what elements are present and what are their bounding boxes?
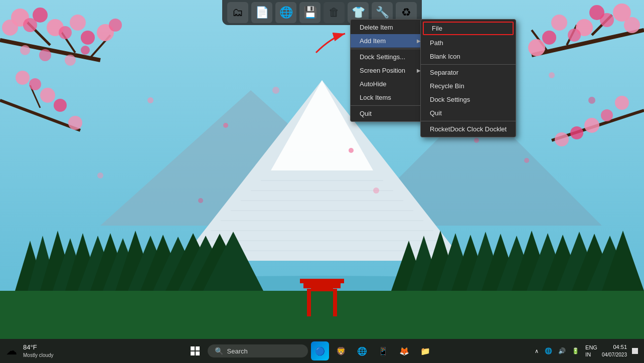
svg-point-92	[373, 188, 379, 194]
search-text: Search	[227, 347, 248, 355]
svg-marker-38	[466, 232, 505, 291]
submenu-separator-1	[421, 64, 516, 65]
svg-marker-47	[602, 231, 644, 291]
svg-marker-41	[512, 231, 552, 291]
svg-point-90	[97, 172, 103, 178]
weather-info[interactable]: 84°F Mostly cloudy	[23, 343, 54, 358]
svg-point-79	[576, 19, 593, 36]
svg-marker-36	[436, 233, 474, 291]
menu-dock-settings[interactable]: Dock Settings...	[351, 50, 430, 64]
svg-point-70	[81, 46, 90, 55]
svg-point-75	[613, 4, 631, 22]
svg-point-98	[16, 71, 30, 85]
svg-point-59	[2, 20, 18, 36]
dock-icon-trash[interactable]: 🗑	[324, 2, 345, 23]
background-scene	[0, 0, 644, 363]
tray-volume-icon[interactable]: 🔊	[557, 346, 567, 355]
dock-icon-files[interactable]: 🗂	[227, 2, 248, 23]
submenu-path[interactable]: Path	[421, 36, 516, 50]
svg-line-56	[90, 35, 110, 58]
svg-point-15	[21, 276, 623, 316]
dock-icon-network[interactable]: 🌐	[275, 2, 296, 23]
svg-point-108	[555, 132, 569, 146]
svg-marker-37	[451, 235, 490, 291]
svg-point-85	[223, 123, 228, 128]
svg-point-105	[601, 109, 613, 121]
show-desktop[interactable]	[632, 348, 638, 354]
submenu-blank-icon[interactable]: Blank Icon	[421, 50, 516, 63]
submenu-quit[interactable]: Quit	[421, 106, 516, 120]
menu-quit[interactable]: Quit	[351, 107, 430, 120]
svg-point-82	[542, 31, 556, 45]
svg-point-78	[589, 5, 604, 20]
search-bar[interactable]: 🔍 Search	[208, 344, 308, 357]
svg-rect-49	[333, 289, 337, 316]
menu-add-item[interactable]: Add Item ▶	[351, 34, 430, 48]
svg-line-96	[0, 100, 80, 130]
desktop: 🗂 📄 🌐 💾 🗑 👕 🔧 ♻ Delete Item Add Item ▶	[0, 0, 644, 363]
menu-separator-2	[351, 105, 430, 106]
svg-line-71	[532, 30, 644, 55]
svg-rect-51	[300, 279, 344, 283]
submenu-file[interactable]: File	[423, 22, 514, 35]
taskbar-left: ☁ 84°F Mostly cloudy	[6, 343, 86, 358]
context-menu: Delete Item Add Item ▶ Dock Settings... …	[350, 19, 430, 122]
dock-icon-drive[interactable]: 💾	[299, 2, 320, 23]
clock-date: 04/07/2023	[602, 351, 627, 358]
taskbar-edge-icon[interactable]: 🔵	[311, 341, 329, 360]
submenu-separator-item[interactable]: Separator	[421, 66, 516, 79]
menu-lock-items[interactable]: Lock Items	[351, 91, 430, 104]
svg-point-87	[349, 148, 354, 153]
taskbar-chrome-icon[interactable]: 🌐	[353, 341, 371, 360]
svg-rect-113	[196, 351, 200, 355]
svg-point-100	[40, 88, 55, 103]
svg-marker-45	[572, 234, 617, 291]
svg-marker-42	[527, 233, 569, 291]
svg-marker-43	[542, 235, 584, 291]
submenu-recycle-bin[interactable]: Recycle Bin	[421, 79, 516, 93]
svg-point-62	[59, 26, 72, 39]
taskbar-app1-icon[interactable]: 📱	[374, 341, 392, 360]
svg-rect-112	[191, 351, 195, 355]
svg-point-94	[549, 72, 555, 78]
svg-marker-31	[191, 234, 249, 291]
svg-marker-25	[115, 231, 155, 291]
system-clock[interactable]: 04:51 04/07/2023	[602, 343, 627, 358]
weather-temp: 84°F	[23, 343, 54, 352]
svg-rect-52	[311, 288, 333, 291]
svg-marker-28	[153, 237, 203, 291]
submenu-rocketdock-clock[interactable]: RocketDock Clock Docklet	[421, 122, 516, 136]
svg-line-74	[532, 30, 547, 50]
svg-line-55	[60, 30, 75, 53]
svg-marker-21	[65, 233, 100, 291]
svg-point-66	[109, 19, 122, 32]
language-indicator[interactable]: ENGIN	[584, 343, 599, 359]
svg-marker-32	[203, 232, 263, 291]
submenu-separator-2	[421, 121, 516, 121]
menu-delete-item[interactable]: Delete Item	[351, 21, 430, 34]
svg-point-76	[600, 13, 614, 27]
arrow-annotation	[311, 28, 351, 60]
submenu-dock-settings[interactable]: Dock Settings	[421, 93, 516, 106]
taskbar-folder-icon[interactable]: 📁	[416, 341, 434, 360]
svg-point-77	[624, 17, 640, 33]
menu-screen-position[interactable]: Screen Position ▶	[351, 64, 430, 77]
svg-point-58	[23, 18, 37, 32]
svg-marker-29	[166, 233, 221, 291]
svg-marker-26	[128, 236, 173, 291]
taskbar-right: ∧ 🌐 🔊 🔋 ENGIN 04:51 04/07/2023	[533, 343, 638, 359]
taskbar-firefox-icon[interactable]: 🦊	[395, 341, 413, 360]
dock-icon-docs[interactable]: 📄	[251, 2, 272, 23]
tray-chevron[interactable]: ∧	[533, 347, 540, 355]
add-item-submenu: File Path Blank Icon Separator Recycle B…	[420, 19, 516, 137]
windows-button[interactable]	[186, 341, 205, 360]
svg-marker-22	[78, 236, 118, 291]
svg-point-101	[54, 99, 67, 112]
tray-network-icon[interactable]: 🌐	[543, 346, 554, 355]
taskbar-brave-icon[interactable]: 🦁	[332, 341, 350, 360]
search-icon: 🔍	[215, 347, 223, 355]
menu-separator-1	[351, 49, 430, 49]
tray-battery-icon[interactable]: 🔋	[570, 346, 581, 355]
menu-autohide[interactable]: AutoHide	[351, 77, 430, 91]
svg-marker-40	[497, 236, 537, 291]
